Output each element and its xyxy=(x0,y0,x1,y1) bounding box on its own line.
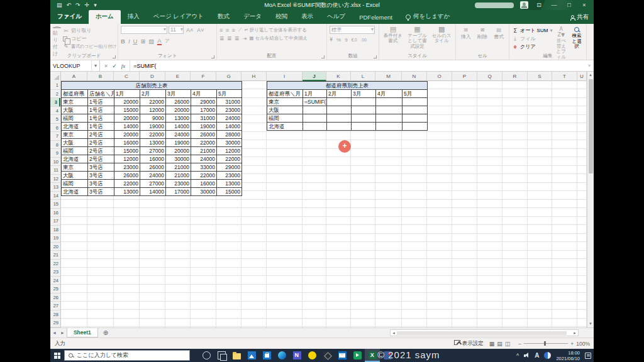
table-header-cell[interactable]: 店舗名＼月 xyxy=(88,90,114,98)
cell[interactable]: 14000 xyxy=(217,123,242,131)
cell[interactable]: 3号店 xyxy=(88,188,114,196)
currency-icon[interactable]: ¥ xyxy=(330,37,333,43)
cell[interactable]: 16000 xyxy=(114,139,140,147)
grow-font-icon[interactable]: A˄ xyxy=(185,27,194,33)
cell[interactable]: 3号店 xyxy=(88,172,114,180)
redo-icon[interactable]: ↷ xyxy=(75,2,80,8)
mouse-mode-icon[interactable]: ✛ xyxy=(85,2,90,8)
cell[interactable] xyxy=(376,106,402,114)
cell-styles-button[interactable]: ▩ セルのスタイル xyxy=(430,26,453,52)
column-header-E[interactable]: E xyxy=(165,72,191,81)
column-header-Q[interactable]: Q xyxy=(477,72,502,81)
cell[interactable]: 33000 xyxy=(191,163,217,172)
scroll-down-icon[interactable]: ▼ xyxy=(587,321,594,327)
cell[interactable]: 20000 xyxy=(166,147,191,155)
wrap-text-button[interactable]: ↵ 折り返して全体を表示する xyxy=(244,27,306,33)
cell[interactable]: 27000 xyxy=(140,147,166,155)
ribbon-tab-3[interactable]: ページ レイアウト xyxy=(147,10,211,24)
cell[interactable]: 19000 xyxy=(191,123,217,131)
cell[interactable] xyxy=(352,123,376,131)
cut-button[interactable]: ✂切り取り xyxy=(63,27,117,34)
cell[interactable]: 福岡 xyxy=(62,180,88,188)
column-header-G[interactable]: G xyxy=(216,72,242,81)
cell[interactable]: 13000 xyxy=(217,180,242,188)
conditional-formatting-button[interactable]: ▤ 条件付き書式 xyxy=(382,26,404,52)
zoom-out-icon[interactable]: − xyxy=(518,341,521,347)
cell[interactable]: 15000 xyxy=(217,188,242,196)
excel-icon[interactable] xyxy=(365,349,380,362)
cell[interactable]: 14000 xyxy=(140,188,166,196)
increase-decimal-icon[interactable]: €.0 xyxy=(352,38,357,42)
format-cells-button[interactable]: ▤書式 xyxy=(492,26,506,52)
row-header-15[interactable]: 15 xyxy=(50,200,60,209)
titlebar-search-pill[interactable] xyxy=(475,3,514,8)
cell[interactable] xyxy=(327,114,352,123)
vertical-scrollbar[interactable]: ▲ ▼ xyxy=(587,72,594,327)
table-header-cell[interactable]: 1月 xyxy=(114,90,140,98)
cell[interactable]: 20000 xyxy=(114,114,140,123)
row-header-23[interactable]: 23 xyxy=(50,268,60,277)
row-header-8[interactable]: 8 xyxy=(50,141,60,150)
cell[interactable]: 22000 xyxy=(140,131,166,139)
row-header-16[interactable]: 16 xyxy=(50,209,60,217)
ribbon-tab-6[interactable]: 校閲 xyxy=(269,10,294,24)
delete-cells-button[interactable]: ⊠削除 xyxy=(475,26,489,52)
cell[interactable]: 東京 xyxy=(62,131,88,139)
cell[interactable]: 24000 xyxy=(217,114,242,123)
color-profile-icon[interactable] xyxy=(544,352,551,359)
cell[interactable] xyxy=(376,98,402,106)
zoom-level[interactable]: 100% xyxy=(576,341,590,347)
cell[interactable]: 福岡 xyxy=(62,147,88,155)
column-header-U[interactable]: U xyxy=(577,72,587,81)
cell[interactable] xyxy=(327,106,352,114)
cell[interactable]: 大阪 xyxy=(267,106,303,114)
dark-app-icon[interactable] xyxy=(319,349,335,362)
scroll-up-icon[interactable]: ▲ xyxy=(587,72,594,79)
sheet-grid[interactable]: SUMIF(範囲, 検索条件, [合計範囲]) + 店舗別売上表都道府県店舗名＼… xyxy=(61,81,587,327)
format-as-table-button[interactable]: ▦ テーブルとして書式設定 xyxy=(406,26,429,52)
cell[interactable]: 16000 xyxy=(191,180,217,188)
row-header-22[interactable]: 22 xyxy=(50,260,60,268)
cell[interactable]: 26000 xyxy=(140,163,166,172)
column-header-F[interactable]: F xyxy=(191,72,216,81)
cell[interactable]: 北海道 xyxy=(267,123,303,131)
paste-button[interactable]: 貼り付け xyxy=(53,26,61,52)
column-header-B[interactable]: B xyxy=(87,72,114,81)
clipboard-dialog-launcher-icon[interactable] xyxy=(113,55,116,58)
cell[interactable]: 16000 xyxy=(140,155,166,163)
cell[interactable]: 22000 xyxy=(191,172,217,180)
cell[interactable]: 29000 xyxy=(217,163,242,172)
taskbar-clock[interactable]: 18:00 2021/06/10 xyxy=(556,350,580,361)
row-header-6[interactable]: 6 xyxy=(50,124,60,133)
row-header-24[interactable]: 24 xyxy=(50,277,60,285)
cell[interactable]: 23000 xyxy=(114,163,140,172)
zoom-slider-thumb[interactable] xyxy=(544,341,546,346)
task-view-icon[interactable] xyxy=(214,349,229,362)
copy-button[interactable]: コピー xyxy=(63,35,117,42)
column-header-T[interactable]: T xyxy=(552,72,577,81)
column-header-S[interactable]: S xyxy=(528,72,552,81)
row-header-27[interactable]: 27 xyxy=(50,302,60,310)
sheet-tab-sheet1[interactable]: Sheet1 xyxy=(67,328,98,337)
ribbon-tab-7[interactable]: 表示 xyxy=(294,10,320,24)
cell[interactable]: 東京 xyxy=(62,98,88,106)
cell[interactable]: 3号店 xyxy=(88,163,114,172)
autosum-button[interactable]: Σオート SUM ▾ xyxy=(512,27,552,34)
clear-button[interactable]: ♦クリア xyxy=(512,43,552,50)
ribbon-tab-1[interactable]: ホーム xyxy=(89,10,121,24)
font-dialog-launcher-icon[interactable] xyxy=(211,55,214,58)
table-header-cell[interactable]: 3月 xyxy=(352,90,376,98)
ime-indicator[interactable]: A xyxy=(535,352,539,359)
format-painter-button[interactable]: ✎書式のコピー/貼り付け xyxy=(63,43,117,50)
cell[interactable]: 1号店 xyxy=(88,123,114,131)
cell[interactable] xyxy=(376,123,402,131)
cell[interactable]: 22000 xyxy=(140,98,166,106)
cell[interactable]: 30000 xyxy=(217,139,242,147)
cell[interactable]: 21000 xyxy=(166,172,191,180)
cell[interactable]: 2号店 xyxy=(88,155,114,163)
qat-customize-icon[interactable]: ▾ xyxy=(94,2,97,8)
phonetic-guide-icon[interactable]: ア xyxy=(165,38,170,45)
cell[interactable]: 22000 xyxy=(217,155,242,163)
cell[interactable]: 14000 xyxy=(114,123,140,131)
cell[interactable] xyxy=(327,123,352,131)
